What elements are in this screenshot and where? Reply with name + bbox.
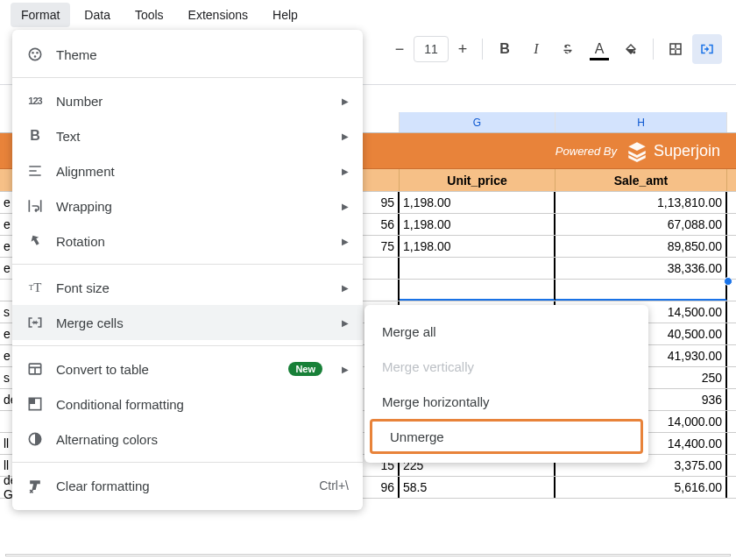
cell[interactable]: 1,198.00 [400, 236, 556, 257]
menu-convert-to-table[interactable]: Convert to table New ▶ [12, 351, 363, 386]
alignment-icon [26, 162, 44, 180]
menu-separator [12, 345, 363, 346]
brand-name: Superjoin [654, 142, 720, 160]
merge-cells-submenu: Merge all Merge vertically Merge horizon… [364, 305, 648, 463]
merge-cells-toolbar-button[interactable] [692, 34, 722, 64]
clear-formatting-icon [26, 477, 44, 494]
menu-separator [12, 462, 363, 463]
sub-merge-horizontally[interactable]: Merge horizontally [364, 384, 648, 419]
italic-button[interactable]: I [521, 34, 551, 64]
table-icon [26, 360, 44, 378]
svg-point-2 [36, 52, 39, 54]
menu-label: Merge cells [56, 315, 124, 330]
bold-button[interactable]: B [490, 34, 520, 64]
chevron-right-icon: ▶ [342, 237, 349, 246]
chevron-right-icon: ▶ [342, 167, 349, 176]
svg-point-3 [34, 55, 37, 58]
menu-help[interactable]: Help [262, 3, 308, 27]
menu-number[interactable]: 123 Number ▶ [12, 83, 363, 118]
borders-icon [668, 41, 683, 57]
number-icon: 123 [26, 92, 44, 110]
chevron-right-icon: ▶ [342, 365, 349, 374]
brand-logo: Superjoin [626, 139, 720, 162]
font-size-decrease[interactable]: − [387, 40, 412, 59]
sub-merge-all[interactable]: Merge all [364, 314, 648, 349]
menu-font-size[interactable]: TT Font size ▶ [12, 270, 363, 305]
selection-handle[interactable] [724, 277, 732, 286]
cell[interactable]: 1,198.00 [400, 192, 556, 213]
fill-color-button[interactable] [616, 34, 646, 64]
menu-clear-formatting[interactable]: Clear formatting Ctrl+\ [12, 468, 363, 503]
cell[interactable]: 38,336.00 [556, 258, 727, 279]
menu-rotation[interactable]: Rotation ▶ [12, 223, 363, 259]
cell[interactable]: 5,616.00 [556, 477, 727, 498]
menu-format[interactable]: Format [11, 3, 70, 27]
col-header-g[interactable]: G [400, 112, 556, 132]
text-color-swatch [590, 58, 609, 60]
cell[interactable]: 1,198.00 [400, 214, 556, 235]
svg-point-0 [29, 48, 40, 60]
svg-rect-6 [29, 398, 35, 404]
strikethrough-icon [560, 41, 576, 57]
sub-unmerge[interactable]: Unmerge [370, 419, 643, 454]
chevron-right-icon: ▶ [342, 202, 349, 211]
menu-label: Rotation [56, 234, 105, 249]
conditional-icon [26, 395, 44, 413]
header-unit-price[interactable]: Unit_price [400, 169, 556, 191]
menu-shortcut: Ctrl+\ [319, 478, 349, 493]
font-size-input[interactable]: 11 [414, 36, 449, 62]
new-badge: New [288, 362, 322, 376]
menu-tools[interactable]: Tools [124, 3, 174, 27]
borders-button[interactable] [661, 34, 690, 64]
menu-theme[interactable]: Theme [12, 37, 363, 72]
menu-label: Number [56, 94, 103, 109]
menu-merge-cells[interactable]: Merge cells ▶ [12, 305, 363, 340]
format-dropdown: Theme 123 Number ▶ B Text ▶ Alignment ▶ … [12, 30, 363, 510]
rotation-icon [26, 232, 44, 250]
menu-text[interactable]: B Text ▶ [12, 118, 363, 153]
merge-cells-icon [26, 314, 44, 331]
svg-point-1 [32, 52, 34, 54]
cell[interactable]: 89,850.00 [556, 236, 727, 257]
font-size-increase[interactable]: + [450, 40, 475, 59]
cell[interactable]: 1,13,810.00 [556, 192, 727, 213]
font-size-icon: TT [26, 279, 44, 296]
menu-extensions[interactable]: Extensions [178, 3, 258, 27]
cell[interactable] [400, 280, 556, 301]
menu-alignment[interactable]: Alignment ▶ [12, 153, 363, 188]
wrapping-icon [26, 197, 44, 215]
text-icon: B [26, 127, 44, 145]
cell[interactable] [400, 258, 556, 279]
alternating-icon [26, 430, 44, 448]
sub-merge-vertically: Merge vertically [364, 349, 648, 384]
menu-label: Text [56, 129, 81, 144]
chevron-right-icon: ▶ [342, 318, 349, 328]
menu-label: Font size [56, 280, 110, 295]
menu-data[interactable]: Data [74, 3, 121, 27]
menu-conditional-formatting[interactable]: Conditional formatting [12, 386, 363, 422]
menu-alternating-colors[interactable]: Alternating colors [12, 422, 363, 457]
menu-separator [12, 77, 363, 78]
chevron-right-icon: ▶ [342, 283, 349, 293]
header-sale-amt[interactable]: Sale_amt [556, 169, 727, 191]
separator [482, 39, 483, 60]
cell[interactable]: 67,088.00 [556, 214, 727, 235]
menu-label: Alternating colors [56, 432, 158, 447]
col-header-h[interactable]: H [556, 112, 727, 132]
cell[interactable]: 58.5 [400, 477, 556, 498]
menu-separator [12, 264, 363, 265]
menu-label: Alignment [56, 164, 115, 179]
menu-label: Clear formatting [56, 478, 150, 493]
fill-color-icon [623, 41, 639, 57]
superjoin-logo-icon [626, 139, 648, 162]
menu-wrapping[interactable]: Wrapping ▶ [12, 188, 363, 223]
merge-icon [699, 41, 715, 57]
text-color-button[interactable]: A [584, 34, 614, 64]
separator [653, 39, 654, 60]
menubar: Format Data Tools Extensions Help [0, 0, 736, 30]
cell[interactable] [556, 280, 727, 301]
chevron-right-icon: ▶ [342, 131, 349, 141]
strikethrough-button[interactable] [553, 34, 583, 64]
menu-label: Conditional formatting [56, 397, 184, 412]
menu-label: Wrapping [56, 199, 112, 214]
